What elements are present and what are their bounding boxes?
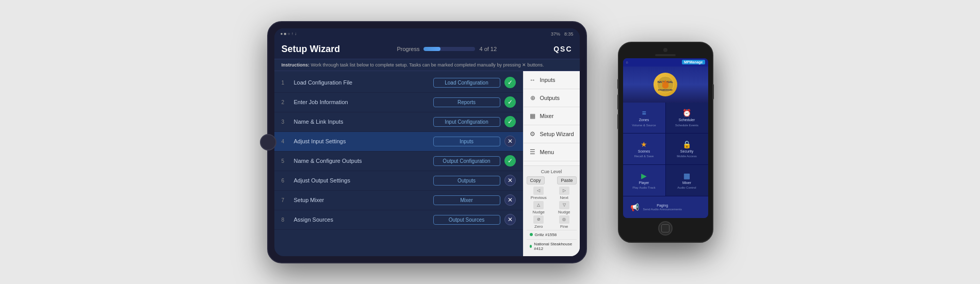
security-icon: 🔒 <box>682 140 691 148</box>
tablet-device: ● ■ ○ ↑ ↓ 37% 8:35 Setup Wizard Progress… <box>267 21 587 263</box>
task-status-2: ✓ <box>504 96 516 108</box>
security-button[interactable]: 🔒 Security Mobile Access <box>666 133 708 164</box>
task-button-2[interactable]: Reports <box>433 97 500 107</box>
paging-sublabel: Send Audio Announcements <box>643 208 682 211</box>
task-button-1[interactable]: Load Configuration <box>433 78 500 88</box>
task-row-7: 7Setup MixerMixer✕ <box>274 191 523 210</box>
cue-level-panel: Cue Level Copy Paste ◁ Previous ▷ <box>524 165 580 256</box>
copy-button[interactable]: Copy <box>527 176 545 185</box>
sidebar-nav-item-menu[interactable]: ☰Menu <box>524 143 580 161</box>
phone-power-button[interactable] <box>712 84 714 99</box>
tablet-home-button[interactable] <box>260 134 276 151</box>
sidebar-nav-icon-0: ↔ <box>529 76 537 83</box>
device-item-1[interactable]: Grillz #1558 <box>527 230 577 239</box>
mixer-button[interactable]: ▦ Mixer Audio Control <box>666 165 708 196</box>
task-button-8[interactable]: Output Sources <box>433 215 500 225</box>
scenes-label: Scenes <box>638 149 650 154</box>
phone-app-grid: ≡ Zones Volume & Source ⏰ Scheduler Sche… <box>623 103 708 218</box>
task-list: 1Load Configuration FileLoad Configurati… <box>274 71 523 256</box>
task-button-4[interactable]: Inputs <box>433 137 500 146</box>
phone-home-icon: ⌂ <box>626 60 628 64</box>
tablet-sidebar: ↔Inputs⊕Outputs▦Mixer⚙Setup Wizard☰Menu … <box>523 71 580 256</box>
nudge-down-icon: ▽ <box>559 201 569 209</box>
status-icons-text: ● ■ ○ ↑ ↓ <box>281 31 297 36</box>
phone-camera <box>663 48 667 52</box>
paging-button[interactable]: 📢 Paging Send Audio Announcements <box>623 196 708 218</box>
task-button-7[interactable]: Mixer <box>433 195 500 205</box>
sidebar-nav-item-mixer[interactable]: ▦Mixer <box>524 107 580 125</box>
task-button-3[interactable]: Input Configuration <box>433 117 500 127</box>
tablet-body: 1Load Configuration FileLoad Configurati… <box>274 71 580 256</box>
instructions-bar: Instructions: Work through task list bel… <box>274 59 580 71</box>
task-button-6[interactable]: Outputs <box>433 176 500 186</box>
task-status-5: ✓ <box>504 155 516 166</box>
task-status-6: ✕ <box>504 175 516 186</box>
player-button[interactable]: ▶ Player Play Audio Track <box>623 165 665 196</box>
device-item-2[interactable]: National Steakhouse #412 <box>527 239 577 253</box>
cue-nudge-up[interactable]: △ Nudge <box>527 201 551 214</box>
sidebar-nav-item-inputs[interactable]: ↔Inputs <box>524 71 580 89</box>
sidebar-nav-label-1: Outputs <box>540 95 560 101</box>
task-num-1: 1 <box>282 80 290 86</box>
instructions-text: Work through task list below to complete… <box>311 62 521 68</box>
paging-icon: 📢 <box>630 203 639 211</box>
phone-mute-button[interactable] <box>617 79 619 89</box>
sidebar-nav: ↔Inputs⊕Outputs▦Mixer⚙Setup Wizard☰Menu <box>524 71 580 165</box>
task-status-7: ✕ <box>504 194 516 206</box>
player-icon: ▶ <box>641 172 647 180</box>
task-row-6: 6Adjust Output SettingsOutputs✕ <box>274 171 523 191</box>
sidebar-nav-label-0: Inputs <box>540 77 556 83</box>
progress-label: Progress <box>397 46 419 52</box>
phone-home-button[interactable] <box>658 221 673 236</box>
task-label-2: Enter Job Information <box>290 99 433 105</box>
phone-logo-circle: NATIONAL STEAKHOUSE <box>654 73 677 96</box>
progress-section: Progress 4 of 12 <box>397 46 497 52</box>
device-status-dot-2 <box>530 245 532 248</box>
previous-icon: ◁ <box>533 187 544 195</box>
paste-button[interactable]: Paste <box>557 176 576 185</box>
cue-zero[interactable]: ⊘ Zero <box>527 215 551 229</box>
zones-button[interactable]: ≡ Zones Volume & Source <box>623 103 665 133</box>
cue-next[interactable]: ▷ Next <box>552 187 577 200</box>
task-num-8: 8 <box>282 217 290 223</box>
sidebar-nav-item-outputs[interactable]: ⊕Outputs <box>524 89 580 107</box>
phone-screen: ⌂ MPManage NATIONAL STEAKHOUSE <box>623 58 708 218</box>
phone-volume-down-button[interactable] <box>617 114 619 129</box>
zones-label: Zones <box>639 118 649 122</box>
mixer-icon: ▦ <box>683 172 690 180</box>
zero-label: Zero <box>534 224 543 229</box>
sidebar-nav-item-setup-wizard[interactable]: ⚙Setup Wizard <box>524 125 580 143</box>
app-name-badge: MPManage <box>682 60 705 64</box>
cue-level-title: Cue Level <box>527 169 577 174</box>
device-name-1: Grillz #1558 <box>535 232 557 237</box>
task-label-1: Load Configuration File <box>290 79 433 86</box>
cue-previous[interactable]: ◁ Previous <box>527 187 551 200</box>
next-icon: ▷ <box>559 187 569 195</box>
task-label-4: Adjust Input Settings <box>290 138 433 144</box>
scheduler-button[interactable]: ⏰ Scheduler Schedule Events <box>666 103 708 133</box>
progress-count: 4 of 12 <box>479 46 497 52</box>
page-title: Setup Wizard <box>282 44 340 55</box>
phone-volume-up-button[interactable] <box>617 94 619 110</box>
tablet-header: Setup Wizard Progress 4 of 12 QSC <box>274 40 580 59</box>
phone-logo-area: NATIONAL STEAKHOUSE <box>623 66 708 103</box>
cue-control-grid: ◁ Previous ▷ Next △ Nudge <box>527 187 577 229</box>
clock: 8:35 <box>564 31 574 37</box>
qsc-logo: QSC <box>553 45 572 53</box>
task-status-4: ✕ <box>504 136 516 147</box>
scenes-button[interactable]: ★ Scenes Recall & Save <box>623 133 665 164</box>
cue-fine[interactable]: ◎ Fine <box>552 215 577 229</box>
task-button-5[interactable]: Output Configuration <box>433 156 500 166</box>
sidebar-nav-icon-1: ⊕ <box>529 94 537 102</box>
scenes-sublabel: Recall & Save <box>634 155 654 158</box>
cue-nudge-down[interactable]: ▽ Nudge <box>552 201 577 214</box>
zones-icon: ≡ <box>642 109 646 117</box>
nudge-down-label: Nudge <box>558 210 570 214</box>
mixer-sublabel: Audio Control <box>677 186 696 189</box>
scheduler-sublabel: Schedule Events <box>675 124 698 127</box>
sidebar-nav-icon-2: ▦ <box>529 112 537 120</box>
mixer-label: Mixer <box>682 181 691 185</box>
instructions-suffix: ✕ buttons. <box>522 62 544 68</box>
nudge-up-label: Nudge <box>532 210 545 214</box>
phone-status-bar: ⌂ MPManage <box>623 58 708 66</box>
